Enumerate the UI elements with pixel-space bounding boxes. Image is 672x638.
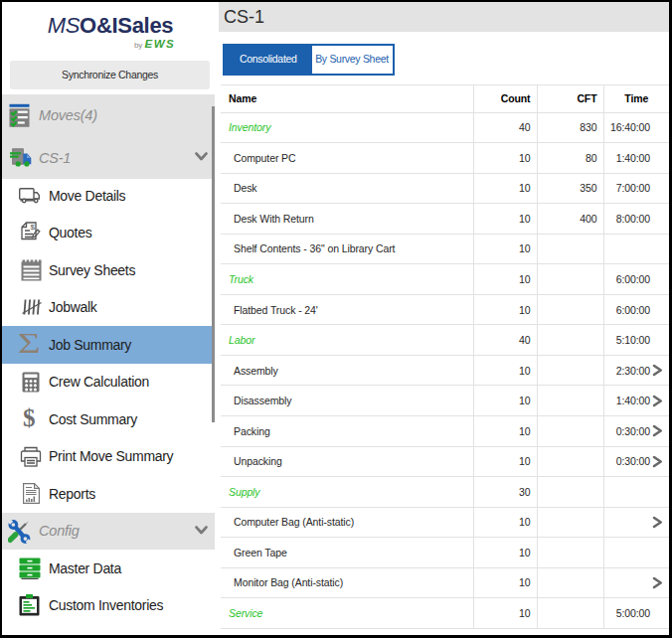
- svg-text:$: $: [31, 223, 36, 232]
